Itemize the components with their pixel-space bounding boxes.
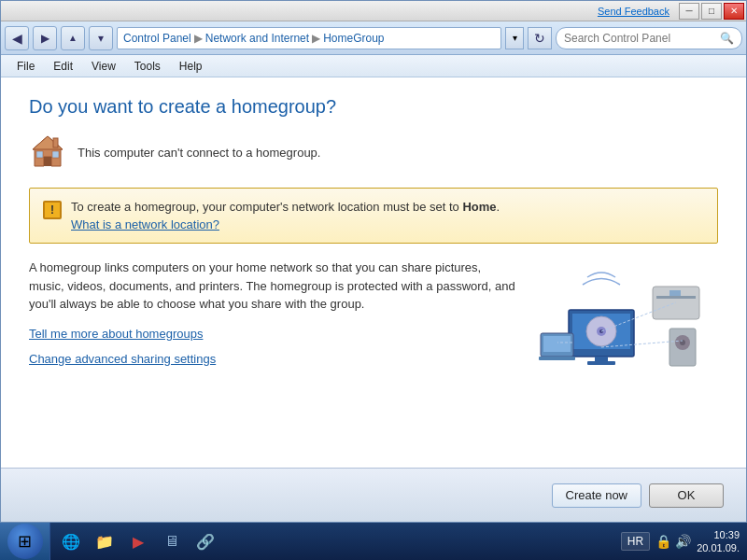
breadcrumb-level2[interactable]: HomeGroup [323,32,384,45]
feedback-link[interactable]: Send Feedback [598,6,669,17]
create-now-button[interactable]: Create now [552,483,641,508]
house-icon [29,133,66,173]
description-text: A homegroup links computers on your home… [29,259,516,314]
search-icon: 🔍 [720,32,734,45]
taskbar-icons: 🌐 📁 ▶ 🖥 🔗 [50,526,226,556]
close-button[interactable]: ✕ [724,3,744,20]
taskbar-network-icon[interactable]: 🔗 [190,526,220,556]
taskbar-ie-icon[interactable]: 🌐 [56,526,86,556]
clock: 10:39 20.01.09. [697,528,740,555]
content-area: Do you want to create a homegroup? This … [1,77,746,522]
network-illustration [531,259,718,380]
language-badge[interactable]: HR [621,532,650,551]
search-input[interactable] [564,32,716,45]
menu-edit[interactable]: Edit [45,57,81,76]
taskbar-computer-icon[interactable]: 🖥 [157,526,187,556]
svg-rect-5 [52,151,59,158]
address-bar: ◀ ▶ ▲ ▾ Control Panel ▶ Network and Inte… [1,21,746,55]
svg-rect-20 [543,336,571,352]
menu-file[interactable]: File [8,57,43,76]
taskbar-right: HR 🔒 🔊 10:39 20.01.09. [613,528,747,555]
warning-bold-text: Home [462,200,496,214]
taskbar: ⊞ 🌐 📁 ▶ 🖥 🔗 HR 🔒 🔊 10:39 20.01.09. [0,523,747,560]
description-left: A homegroup links computers on your home… [29,259,516,380]
svg-rect-3 [53,138,58,147]
network-tray-icon: 🔒 [655,534,671,549]
svg-rect-2 [44,157,51,166]
back-button[interactable]: ◀ [5,26,29,50]
menu-bar: File Edit View Tools Help [1,55,746,77]
cant-connect-row: This computer can't connect to a homegro… [29,133,718,173]
up-button[interactable]: ▲ [61,26,85,50]
breadcrumb-root[interactable]: Control Panel [123,32,191,45]
start-orb: ⊞ [7,524,43,559]
search-box[interactable]: 🔍 [556,27,742,49]
address-dropdown-button[interactable]: ▾ [505,27,524,49]
ok-button[interactable]: OK [649,483,724,508]
cant-connect-text: This computer can't connect to a homegro… [78,146,320,160]
svg-rect-4 [36,151,43,158]
network-location-link[interactable]: What is a network location? [71,217,500,231]
volume-tray-icon: 🔊 [675,534,691,549]
svg-rect-15 [669,290,681,296]
warning-content: To create a homegroup, your computer's n… [71,200,500,231]
button-row: Create now OK [1,468,746,522]
tell-more-link[interactable]: Tell me more about homegroups [29,327,516,341]
warning-icon: ! [43,201,62,219]
svg-rect-21 [539,357,575,360]
menu-view[interactable]: View [83,57,124,76]
menu-tools[interactable]: Tools [126,57,169,76]
minimize-button[interactable]: ─ [679,3,699,20]
action-links: Tell me more about homegroups Change adv… [29,327,516,366]
page-title: Do you want to create a homegroup? [29,96,718,118]
taskbar-folder-icon[interactable]: 📁 [90,526,120,556]
clock-time: 10:39 [697,528,740,541]
svg-rect-12 [587,361,615,365]
advanced-sharing-link[interactable]: Change advanced sharing settings [29,352,516,366]
svg-rect-11 [595,357,608,361]
network-svg [531,259,718,380]
recent-pages-button[interactable]: ▾ [89,26,113,50]
warning-box: ! To create a homegroup, your computer's… [29,188,718,244]
menu-help[interactable]: Help [171,57,211,76]
description-area: A homegroup links computers on your home… [29,259,718,380]
svg-rect-14 [656,296,696,299]
taskbar-media-icon[interactable]: ▶ [123,526,153,556]
start-button[interactable]: ⊞ [0,523,50,560]
refresh-button[interactable]: ↻ [528,27,552,49]
maximize-button[interactable]: □ [701,3,722,20]
clock-date: 20.01.09. [697,541,740,554]
sys-tray: 🔒 🔊 [655,534,691,549]
forward-button[interactable]: ▶ [33,26,57,50]
breadcrumb-level1[interactable]: Network and Internet [205,32,309,45]
address-path[interactable]: Control Panel ▶ Network and Internet ▶ H… [117,27,501,49]
title-bar: Send Feedback ─ □ ✕ [1,1,746,21]
warning-text: To create a homegroup, your computer's n… [71,200,500,214]
